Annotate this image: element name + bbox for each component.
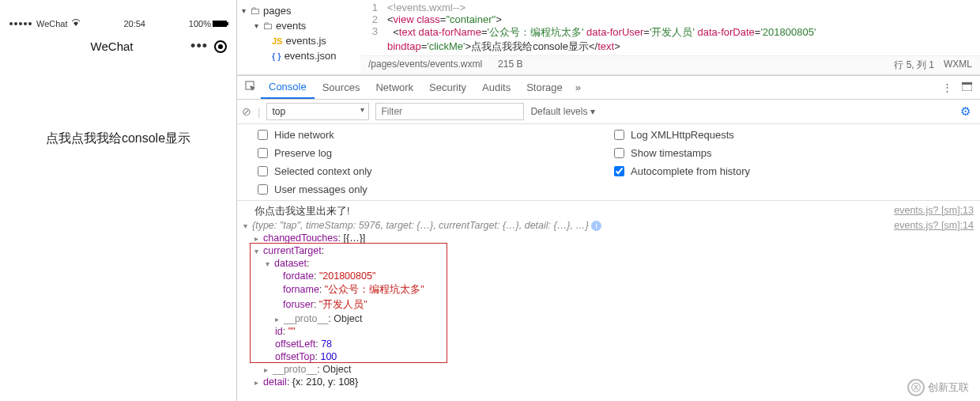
source-link[interactable]: events.js? [sm]:14: [886, 220, 974, 231]
tree-folder-pages[interactable]: ▾🗀 pages: [237, 3, 360, 18]
watermark-logo-icon: ⓧ: [907, 379, 925, 396]
inspect-icon[interactable]: [240, 81, 261, 94]
opt-log-xhr[interactable]: Log XMLHttpRequests: [614, 129, 971, 141]
tabs-overflow-icon[interactable]: »: [571, 81, 586, 93]
opt-preserve-log[interactable]: Preserve log: [258, 147, 614, 159]
editor-top: ▾🗀 pages ▾🗀 events JS events.js { } even…: [237, 0, 980, 75]
cursor-position: 行 5, 列 1: [894, 59, 934, 72]
signal-icon: WeChat: [9, 19, 81, 28]
file-tree: ▾🗀 pages ▾🗀 events JS events.js { } even…: [237, 0, 360, 74]
svg-rect-2: [962, 82, 972, 85]
simulator-status-bar: WeChat 20:54 100%: [0, 16, 236, 32]
opt-show-timestamps[interactable]: Show timestamps: [614, 147, 971, 159]
filter-input[interactable]: [375, 103, 524, 120]
tree-file-events-json[interactable]: { } events.json: [237, 48, 360, 63]
tree-folder-events[interactable]: ▾🗀 events: [237, 18, 360, 33]
opt-user-messages[interactable]: User messages only: [258, 183, 614, 195]
simulator-panel: WeChat 20:54 100% WeChat ••• 点我点我我给conso…: [0, 0, 237, 401]
opt-autocomplete[interactable]: Autocomplete from history: [614, 165, 971, 177]
dock-icon[interactable]: [957, 81, 977, 93]
ide-panel: ▾🗀 pages ▾🗀 events JS events.js { } even…: [237, 0, 980, 401]
levels-dropdown[interactable]: Default levels ▾: [530, 106, 594, 117]
file-size: 215 B: [498, 59, 522, 72]
devtools-menu-icon[interactable]: ⋮: [937, 81, 957, 93]
opt-selected-context[interactable]: Selected context only: [258, 165, 614, 177]
battery: 100%: [189, 19, 227, 28]
devtools-tab-bar: Console Sources Network Security Audits …: [237, 76, 980, 100]
watermark: ⓧ 创新互联: [907, 379, 969, 396]
console-settings-icon[interactable]: ⚙: [956, 104, 975, 119]
folder-icon: 🗀: [250, 5, 260, 17]
language-mode: WXML: [944, 59, 972, 72]
clickme-text[interactable]: 点我点我我给console显示: [46, 131, 190, 401]
tab-sources[interactable]: Sources: [315, 77, 368, 98]
code-area[interactable]: 1<!events.wxml--> 2<view class="containe…: [360, 0, 980, 55]
folder-icon: 🗀: [262, 20, 273, 32]
console-line: 你点击我这里出来了! events.js? [sm]:13: [243, 204, 974, 219]
nav-menu-icon[interactable]: •••: [190, 38, 208, 55]
simulator-nav-bar: WeChat •••: [0, 32, 236, 59]
source-link[interactable]: events.js? [sm]:13: [886, 205, 974, 216]
wifi-icon: [71, 19, 81, 28]
tab-network[interactable]: Network: [368, 77, 421, 98]
info-icon: i: [591, 221, 601, 231]
js-icon: JS: [272, 36, 282, 46]
console-output[interactable]: 你点击我这里出来了! events.js? [sm]:13 ▾{type: "t…: [237, 201, 980, 401]
tab-audits[interactable]: Audits: [474, 77, 518, 98]
context-select[interactable]: top: [266, 103, 369, 120]
carrier-label: WeChat: [36, 19, 68, 28]
nav-title: WeChat: [33, 40, 190, 53]
file-path: /pages/events/events.wxml: [368, 59, 482, 72]
console-object-summary[interactable]: ▾{type: "tap", timeStamp: 5976, target: …: [243, 219, 974, 232]
tree-file-events-js[interactable]: JS events.js: [237, 33, 360, 48]
code-editor[interactable]: 1<!events.wxml--> 2<view class="containe…: [360, 0, 980, 74]
json-icon: { }: [272, 51, 281, 61]
clear-console-icon[interactable]: ⊘: [242, 105, 251, 118]
nav-close-icon[interactable]: [214, 40, 227, 53]
devtools: Console Sources Network Security Audits …: [237, 75, 980, 401]
tab-storage[interactable]: Storage: [518, 77, 571, 98]
tab-security[interactable]: Security: [421, 77, 474, 98]
opt-hide-network[interactable]: Hide network: [258, 129, 614, 141]
tab-console[interactable]: Console: [261, 76, 315, 99]
console-options: Hide network Log XMLHttpRequests Preserv…: [237, 124, 980, 201]
simulator-body: 点我点我我给console显示: [0, 59, 236, 401]
status-time: 20:54: [123, 19, 145, 28]
editor-status-bar: /pages/events/events.wxml 215 B 行 5, 列 1…: [360, 55, 980, 74]
console-toolbar: ⊘ | top Default levels ▾ ⚙: [237, 100, 980, 124]
battery-icon: [213, 21, 227, 27]
